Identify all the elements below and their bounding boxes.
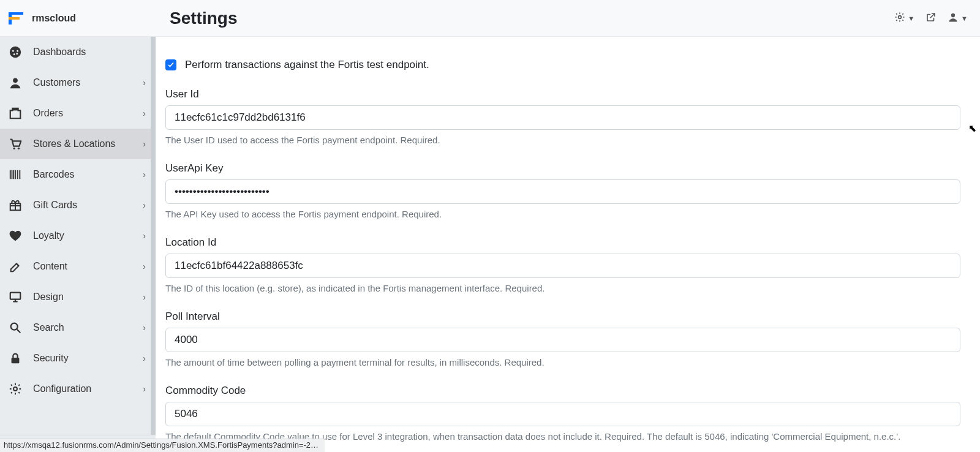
checkbox-label: Perform transactions against the Fortis … <box>185 59 429 71</box>
orders-icon <box>9 107 22 120</box>
caret-down-icon: ▼ <box>908 15 914 22</box>
sidebar-item-label: Dashboards <box>33 47 146 58</box>
user-icon <box>9 76 22 89</box>
location-id-input[interactable] <box>165 254 960 278</box>
perform-test-endpoint-check[interactable]: Perform transactions against the Fortis … <box>165 59 960 71</box>
user-icon <box>948 12 959 24</box>
sidebar-item-label: Barcodes <box>33 169 132 180</box>
mouse-cursor-icon: ⬉ <box>968 122 976 134</box>
main-content: Perform transactions against the Fortis … <box>156 37 980 452</box>
sidebar-item-label: Design <box>33 292 132 303</box>
sidebar-item-customers[interactable]: Customers› <box>0 67 156 98</box>
sidebar-item-design[interactable]: Design› <box>0 282 156 312</box>
dashboard-icon <box>9 45 22 59</box>
barcode-icon <box>9 168 22 181</box>
sidebar-item-stores-locations[interactable]: Stores & Locations› <box>0 129 156 159</box>
chevron-right-icon: › <box>143 78 146 88</box>
poll-interval-help: The amount of time between polling a pay… <box>165 357 960 367</box>
chevron-right-icon: › <box>143 200 146 210</box>
gift-icon <box>9 198 22 212</box>
brand-logo-icon <box>7 11 26 26</box>
sidebar-item-content[interactable]: Content› <box>0 251 156 282</box>
sidebar-item-gift-cards[interactable]: Gift Cards› <box>0 190 156 220</box>
sidebar-item-label: Stores & Locations <box>33 138 132 149</box>
sidebar-item-label: Configuration <box>33 383 132 394</box>
caret-down-icon: ▼ <box>961 15 968 22</box>
chevron-right-icon: › <box>143 139 146 149</box>
sidebar-item-dashboards[interactable]: Dashboards <box>0 37 156 67</box>
sidebar-item-search[interactable]: Search› <box>0 312 156 343</box>
commodity-code-input[interactable] <box>165 402 960 426</box>
user-api-key-input[interactable] <box>165 179 960 204</box>
sidebar-item-label: Gift Cards <box>33 200 132 211</box>
location-id-label: Location Id <box>165 236 960 249</box>
edit-icon <box>9 260 22 273</box>
settings-menu-button[interactable]: ▼ <box>894 12 914 24</box>
poll-interval-label: Poll Interval <box>165 311 960 323</box>
chevron-right-icon: › <box>143 262 146 271</box>
chevron-right-icon: › <box>143 323 146 333</box>
sidebar-item-label: Customers <box>33 77 132 88</box>
sidebar-item-loyalty[interactable]: Loyalty› <box>0 220 156 251</box>
search-icon <box>9 321 22 334</box>
brand-name: rmscloud <box>32 13 76 24</box>
cart-icon <box>9 137 22 151</box>
user-api-key-label: UserApi Key <box>165 162 960 175</box>
topbar-actions: ▼ ▼ <box>894 12 968 24</box>
user-id-input[interactable] <box>165 105 960 130</box>
chevron-right-icon: › <box>143 353 146 363</box>
poll-interval-input[interactable] <box>165 328 960 352</box>
user-id-help: The User ID used to access the Fortis pa… <box>165 135 960 145</box>
status-bar-url: https://xmsqa12.fusionrms.com/Admin/Sett… <box>0 439 325 452</box>
brand[interactable]: rmscloud <box>7 11 164 26</box>
sidebar-item-label: Content <box>33 261 132 272</box>
lock-icon <box>9 352 22 365</box>
sidebar-item-label: Orders <box>33 108 132 119</box>
chevron-right-icon: › <box>143 170 146 179</box>
sidebar-item-orders[interactable]: Orders› <box>0 98 156 129</box>
user-menu-button[interactable]: ▼ <box>948 12 968 24</box>
location-id-help: The ID of this location (e.g. store), as… <box>165 283 960 293</box>
commodity-code-label: Commodity Code <box>165 385 960 397</box>
external-link-icon <box>925 12 937 24</box>
checkbox-checked-icon[interactable] <box>165 59 176 70</box>
heart-icon <box>9 229 22 243</box>
chevron-right-icon: › <box>143 108 146 118</box>
sidebar-item-barcodes[interactable]: Barcodes› <box>0 159 156 190</box>
sidebar-item-label: Loyalty <box>33 230 132 241</box>
monitor-icon <box>9 290 22 304</box>
user-api-key-help: The API Key used to access the Fortis pa… <box>165 209 960 219</box>
sidebar: DashboardsCustomers›Orders›Stores & Loca… <box>0 37 156 452</box>
sidebar-item-label: Security <box>33 353 132 364</box>
user-id-label: User Id <box>165 88 960 100</box>
chevron-right-icon: › <box>143 384 146 394</box>
gear-icon <box>9 382 22 396</box>
chevron-right-icon: › <box>143 292 146 302</box>
topbar: rmscloud Settings ▼ ▼ <box>0 0 980 37</box>
sidebar-item-label: Search <box>33 322 132 333</box>
open-external-button[interactable] <box>925 12 937 24</box>
page-title: Settings <box>170 9 237 28</box>
sidebar-item-security[interactable]: Security› <box>0 343 156 374</box>
sidebar-item-configuration[interactable]: Configuration› <box>0 374 156 404</box>
chevron-right-icon: › <box>143 231 146 241</box>
gear-icon <box>894 12 905 24</box>
